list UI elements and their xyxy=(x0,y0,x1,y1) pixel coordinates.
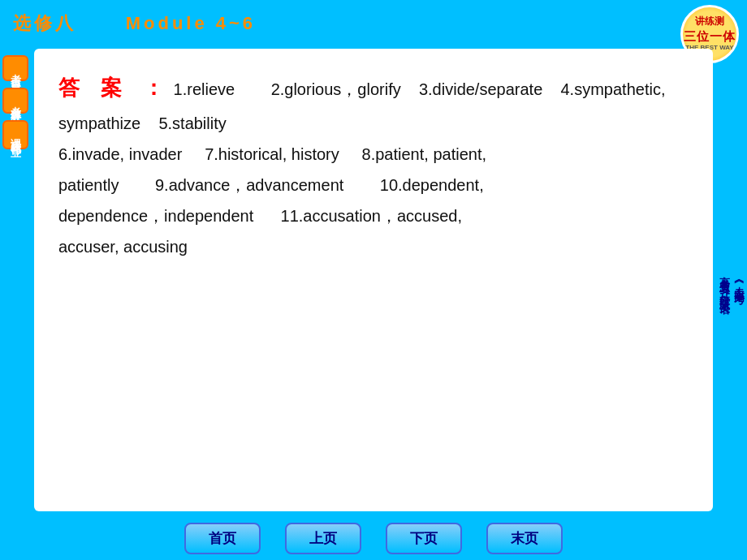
answer-item-11: 11.accusation，accused, xyxy=(281,207,462,225)
answer-item-1: 1.relieve xyxy=(174,80,235,98)
logo-line2: 三位一体 xyxy=(684,28,736,45)
answer-item-6: 6.invade, invader xyxy=(58,145,182,163)
sidebar-right: 《走向高考》高考总复习·外研版英语 xyxy=(716,47,747,518)
sidebar-btn-kaodian[interactable]: 考点自查 xyxy=(2,55,28,81)
sidebar-btn-kehou[interactable]: 课后强化作业 xyxy=(2,120,28,149)
sidebar-left: 考点自查 考总详解 课后强化作业 xyxy=(0,47,31,518)
nav-next-button[interactable]: 下页 xyxy=(386,523,462,554)
answer-item-9: 9.advance，advancement xyxy=(155,176,343,194)
sidebar-right-text: 《走向高考》高考总复习·外研版英语 xyxy=(717,268,746,298)
nav-prev-button[interactable]: 上页 xyxy=(285,523,361,554)
answer-item-2: 2.glorious，glorify xyxy=(271,80,401,98)
answer-item-3: 3.divide/separate xyxy=(419,80,542,98)
answer-label: 答 案 ： xyxy=(58,75,164,100)
answer-item-accuser: accuser, accusing xyxy=(58,238,188,256)
header: 选修八 Module 4~6 xyxy=(0,0,747,47)
answer-item-5: 5.stability xyxy=(158,114,226,132)
answer-item-8: 8.patient, patient, xyxy=(362,145,486,163)
answer-item-7: 7.historical, history xyxy=(205,145,339,163)
nav-first-button[interactable]: 首页 xyxy=(184,523,261,554)
answer-block: 答 案 ： 1.relieve 2.glorious，glorify 3.div… xyxy=(58,68,689,262)
answer-item-dependence: dependence，independent xyxy=(58,207,253,225)
header-title-part1: 选修八 xyxy=(13,13,76,33)
header-title: 选修八 Module 4~6 xyxy=(13,11,256,36)
nav-last-button[interactable]: 末页 xyxy=(486,523,563,554)
logo-line1: 讲练测 xyxy=(695,15,724,28)
bottom-nav: 首页 上页 下页 末页 xyxy=(0,516,747,560)
answer-item-10: 10.dependent, xyxy=(380,176,484,194)
answer-item-patiently: patiently xyxy=(58,176,119,194)
header-title-part2: Module 4~6 xyxy=(126,13,256,33)
sidebar-btn-kaozong[interactable]: 考总详解 xyxy=(2,88,28,114)
main-content: 答 案 ： 1.relieve 2.glorious，glorify 3.div… xyxy=(34,49,713,511)
